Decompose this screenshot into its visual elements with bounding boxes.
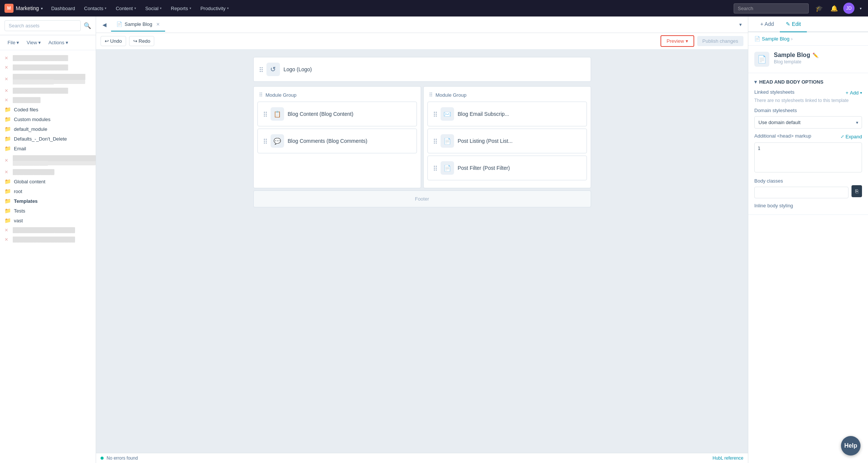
account-chevron-icon[interactable]: ▾ [857, 2, 863, 14]
post-listing-module[interactable]: 📄 Post Listing (Post List... [427, 129, 587, 153]
tab-more-button[interactable]: ▾ [736, 22, 745, 27]
right-panel-tabs: + Add ✎ Edit [748, 16, 868, 32]
head-markup-header: Additional <head> markup ⤢ Expand [754, 133, 862, 140]
sidebar-item-root[interactable]: 📁 root [0, 186, 96, 196]
sidebar-item-default-module[interactable]: 📁 default_module [0, 124, 96, 134]
nav-item-reports[interactable]: Reports ▾ [167, 3, 195, 13]
collapse-sidebar-button[interactable]: ◀ [99, 19, 110, 30]
sidebar-list: ✕ ████████████████ ✕ ████████████████ ✕ … [0, 50, 96, 463]
template-info: Sample Blog ✏️ Blog template [774, 52, 862, 64]
post-filter-icon: 📄 [441, 161, 454, 175]
logo-module-icon: ↺ [266, 63, 280, 76]
body-classes-input[interactable] [754, 187, 848, 198]
tab-edit[interactable]: ✎ Edit [780, 16, 807, 32]
content-chevron: ▾ [134, 6, 136, 10]
hubl-reference-link[interactable]: HubL reference [713, 456, 743, 461]
expand-markup-button[interactable]: ⤢ Expand [841, 134, 862, 139]
file-menu-button[interactable]: File ▾ [5, 38, 22, 47]
drag-handle-icon [434, 166, 437, 171]
tab-close-button[interactable]: ✕ [156, 22, 160, 27]
preview-chevron-icon: ▾ [686, 38, 688, 44]
head-markup-textarea[interactable]: 1 [754, 142, 862, 172]
notifications-icon[interactable]: 🔔 [828, 2, 840, 14]
group-drag-icon: ⠿ [429, 92, 433, 98]
linked-stylesheets: Linked stylesheets + Add ▾ There are no … [754, 89, 862, 103]
user-avatar[interactable]: JD [843, 3, 854, 14]
brand-logo[interactable]: M Marketing ▾ [5, 4, 43, 13]
sidebar-item-coded-files[interactable]: 📁 Coded files [0, 105, 96, 114]
sidebar-item-email[interactable]: 📁 Email [0, 144, 96, 153]
post-filter-module[interactable]: 📄 Post Filter (Post Filter) [427, 156, 587, 180]
list-item[interactable]: ✕ █████████████████████ ██████████████ [0, 72, 96, 86]
blog-comments-module[interactable]: 💬 Blog Comments (Blog Comments) [257, 129, 417, 153]
actions-menu-button[interactable]: Actions ▾ [45, 38, 71, 47]
list-item[interactable]: ✕ ████████████████ [0, 63, 96, 72]
breadcrumb: 📄 Sample Blog › [748, 32, 868, 46]
copy-button[interactable]: ⎘ [851, 185, 862, 197]
footer-module: Footer [253, 190, 591, 207]
academy-icon[interactable]: 🎓 [813, 2, 825, 14]
sidebar-item-vast[interactable]: 📁 vast [0, 216, 96, 225]
social-chevron: ▾ [160, 6, 162, 10]
search-button[interactable]: 🔍 [84, 22, 91, 29]
list-item[interactable]: ✕ ████████ [0, 95, 96, 105]
list-item[interactable]: ✕ ████████████████████████ ████████████ [0, 153, 96, 167]
list-item[interactable]: ✕ ████████████████ [0, 53, 96, 63]
publish-button[interactable]: Publish changes [697, 36, 743, 46]
preview-button[interactable]: Preview ▾ [660, 35, 694, 47]
section-collapse-icon[interactable]: ▾ [754, 79, 757, 85]
template-name: Sample Blog ✏️ [774, 52, 862, 58]
sidebar-toolbar: File ▾ View ▾ Actions ▾ [0, 35, 96, 50]
domain-stylesheet-select[interactable]: Use domain default [754, 116, 862, 129]
tab-label: Sample Blog [125, 21, 152, 27]
nav-item-contacts[interactable]: Contacts ▾ [80, 3, 110, 13]
tab-add[interactable]: + Add [754, 16, 780, 32]
undo-button[interactable]: ↩ Undo [101, 36, 126, 46]
nav-item-social[interactable]: Social ▾ [141, 3, 165, 13]
sidebar-item-custom-modules[interactable]: 📁 Custom modules [0, 114, 96, 124]
sidebar-item-templates[interactable]: 📁 Templates [0, 196, 96, 206]
nav-item-productivity[interactable]: Productivity ▾ [197, 3, 233, 13]
logo-module-label: Logo (Logo) [284, 66, 312, 72]
drag-handle-icon [434, 112, 437, 117]
nav-item-content[interactable]: Content ▾ [112, 3, 140, 13]
sidebar-item-tests[interactable]: 📁 Tests [0, 206, 96, 216]
list-item[interactable]: ✕ ████████████████ [0, 86, 96, 95]
view-menu-button[interactable]: View ▾ [24, 38, 44, 47]
logo-module[interactable]: ↺ Logo (Logo) [253, 57, 591, 82]
brand-name: Marketing [16, 5, 39, 11]
email-subscribe-icon: ✉️ [441, 107, 454, 121]
tab-sample-blog[interactable]: 📄 Sample Blog ✕ [111, 18, 165, 31]
list-item[interactable]: ✕ ████████████ [0, 167, 96, 177]
redo-button[interactable]: ↪ Redo [129, 36, 155, 46]
post-filter-label: Post Filter (Post Filter) [458, 165, 510, 171]
blog-email-subscribe-module[interactable]: ✉️ Blog Email Subscrip... [427, 102, 587, 126]
edit-template-name-icon[interactable]: ✏️ [812, 52, 818, 58]
sidebar-item-defaults[interactable]: 📁 Defaults_-_Don't_Delete [0, 134, 96, 144]
blog-comments-label: Blog Comments (Blog Comments) [288, 138, 367, 144]
file-chevron-icon: ▾ [17, 40, 19, 45]
stylesheet-hint: There are no stylesheets linked to this … [754, 98, 862, 103]
list-item[interactable]: ✕ ██████████████████ [0, 225, 96, 235]
blog-comments-icon: 💬 [271, 134, 284, 148]
template-type: Blog template [774, 59, 862, 64]
global-search-input[interactable] [734, 3, 809, 13]
help-button[interactable]: Help [841, 436, 860, 456]
main-content: ◀ 📄 Sample Blog ✕ ▾ ↩ Undo ↪ Redo Previe… [96, 16, 748, 463]
sidebar: 🔍 File ▾ View ▾ Actions ▾ ✕ ████████████… [0, 16, 96, 463]
nav-item-dashboard[interactable]: Dashboard [47, 3, 79, 13]
sidebar-item-global-content[interactable]: 📁 Global content [0, 177, 96, 186]
top-navigation: M Marketing ▾ Dashboard Contacts ▾ Conte… [0, 0, 868, 16]
delete-icon: ✕ [5, 65, 10, 70]
breadcrumb-link[interactable]: Sample Blog [762, 36, 790, 42]
domain-stylesheets-label: Domain stylesheets [754, 108, 797, 113]
head-markup-section: Additional <head> markup ⤢ Expand 1 [754, 133, 862, 174]
delete-icon: ✕ [5, 158, 10, 163]
list-item[interactable]: ✕ ██████████████████ [0, 235, 96, 244]
copy-icon: ⎘ [855, 188, 858, 194]
search-assets-input[interactable] [5, 20, 81, 31]
blog-content-module[interactable]: 📋 Blog Content (Blog Content) [257, 102, 417, 126]
module-group-left: ⠿ Module Group 📋 [253, 86, 421, 188]
body-classes-section: Body classes ⎘ [754, 178, 862, 198]
add-stylesheet-button[interactable]: + Add ▾ [845, 90, 862, 96]
